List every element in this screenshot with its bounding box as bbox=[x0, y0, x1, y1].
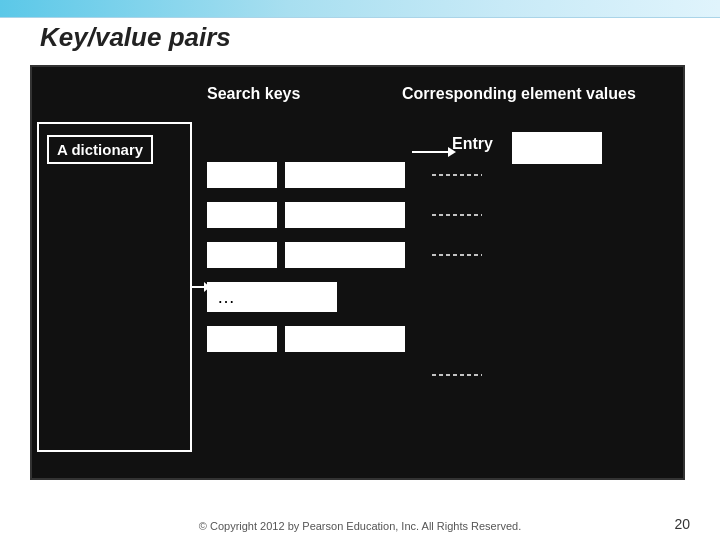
ellipsis-box: … bbox=[207, 282, 337, 312]
val-box-3 bbox=[285, 242, 405, 268]
dictionary-label: A dictionary bbox=[47, 135, 153, 164]
page-title: Key/value pairs bbox=[40, 22, 231, 53]
entry-label: Entry bbox=[452, 135, 493, 153]
kv-row-1 bbox=[207, 162, 437, 188]
svg-marker-3 bbox=[448, 147, 456, 157]
key-box-2 bbox=[207, 202, 277, 228]
kv-row-4 bbox=[207, 326, 437, 352]
ellipsis-row: … bbox=[207, 282, 437, 312]
entry-arrow bbox=[412, 142, 457, 162]
page-number: 20 bbox=[674, 516, 690, 532]
key-box-3 bbox=[207, 242, 277, 268]
kv-row-3 bbox=[207, 242, 437, 268]
connector-lines bbox=[432, 162, 492, 462]
key-box-4 bbox=[207, 326, 277, 352]
val-box-4 bbox=[285, 326, 405, 352]
corresponding-label: Corresponding element values bbox=[402, 85, 636, 103]
kv-rows-area: … bbox=[207, 162, 437, 366]
val-box-1 bbox=[285, 162, 405, 188]
key-box-1 bbox=[207, 162, 277, 188]
val-box-2 bbox=[285, 202, 405, 228]
footer-copyright: © Copyright 2012 by Pearson Education, I… bbox=[199, 520, 521, 532]
kv-row-2 bbox=[207, 202, 437, 228]
search-keys-label: Search keys bbox=[207, 85, 300, 103]
top-decorative-bar bbox=[0, 0, 720, 18]
diagram-area: Search keys Corresponding element values… bbox=[30, 65, 685, 480]
dictionary-outline bbox=[37, 122, 192, 452]
entry-box bbox=[512, 132, 602, 164]
